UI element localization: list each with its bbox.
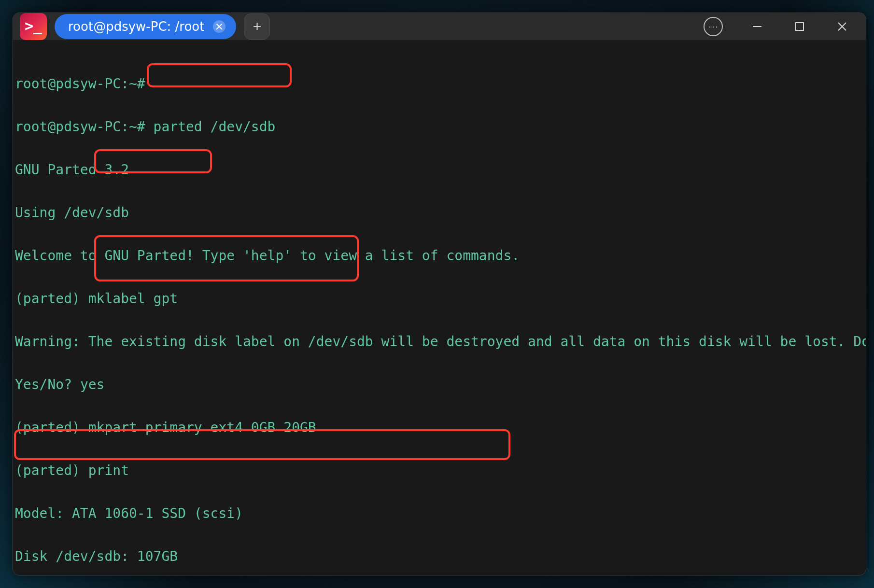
- plus-icon: +: [253, 18, 262, 35]
- svg-rect-0: [796, 23, 804, 30]
- app-icon-glyph: >_: [25, 17, 42, 34]
- titlebar: >_ root@pdsyw-PC: /root + •••: [13, 13, 866, 40]
- tab-title: root@pdsyw-PC: /root: [68, 19, 204, 34]
- tab-close-icon[interactable]: [213, 20, 226, 33]
- close-button[interactable]: [834, 18, 850, 35]
- output-line: Using /dev/sdb: [15, 202, 864, 224]
- cmd-parted: parted /dev/sdb: [154, 119, 276, 135]
- output-line: Disk /dev/sdb: 107GB: [15, 546, 864, 568]
- menu-button[interactable]: •••: [704, 17, 723, 36]
- active-tab[interactable]: root@pdsyw-PC: /root: [55, 14, 236, 39]
- terminal-output[interactable]: root@pdsyw-PC:~# root@pdsyw-PC:~# parted…: [13, 40, 866, 575]
- new-tab-button[interactable]: +: [244, 14, 270, 40]
- parted-prompt: (parted): [15, 462, 80, 478]
- cmd-mkpart: mkpart primary ext4 0GB 20GB: [88, 420, 316, 435]
- window-controls: •••: [704, 17, 859, 36]
- minimize-button[interactable]: [749, 18, 765, 35]
- app-icon[interactable]: >_: [20, 13, 47, 40]
- ellipsis-icon: •••: [707, 25, 719, 29]
- maximize-button[interactable]: [791, 18, 808, 35]
- output-line: GNU Parted 3.2: [15, 159, 864, 181]
- output-line: Model: ATA 1060-1 SSD (scsi): [15, 503, 864, 525]
- output-line: Warning: The existing disk label on /dev…: [15, 331, 864, 353]
- cmd-mklabel: mklabel gpt: [88, 291, 178, 307]
- yesno-answer: yes: [80, 377, 105, 392]
- parted-prompt: (parted): [15, 420, 80, 435]
- output-line: Welcome to GNU Parted! Type 'help' to vi…: [15, 245, 864, 267]
- shell-prompt: root@pdsyw-PC:~#: [15, 119, 145, 135]
- yesno-prompt: Yes/No?: [15, 377, 72, 392]
- terminal-window: >_ root@pdsyw-PC: /root + ••• root@pdsyw…: [13, 13, 866, 575]
- cmd-print: print: [88, 462, 129, 478]
- parted-prompt: (parted): [15, 291, 80, 307]
- shell-prompt: root@pdsyw-PC:~#: [15, 76, 145, 92]
